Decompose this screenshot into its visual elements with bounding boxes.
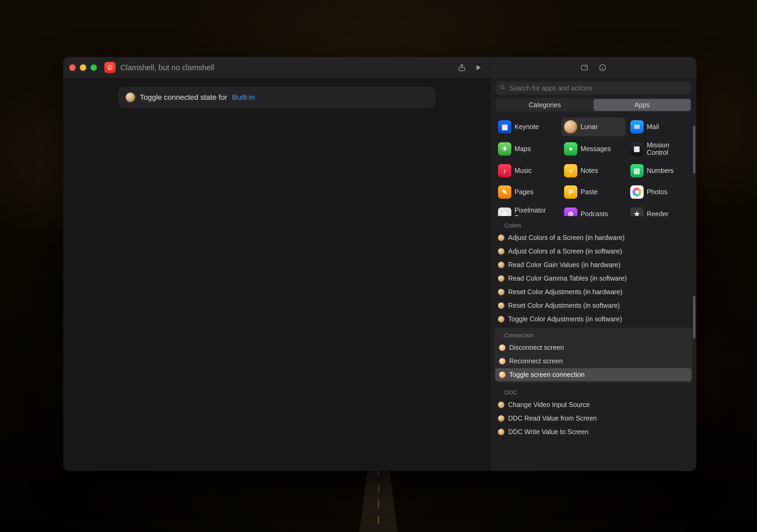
app-cell-notes[interactable]: ≡Notes — [561, 161, 625, 180]
paste-icon: P — [564, 185, 577, 199]
share-button[interactable] — [456, 62, 468, 73]
titlebar: Clamshell, but no clamshell — [63, 57, 490, 78]
action-reset-color-adjustments-in-hardware[interactable]: Reset Color Adjustments (in hardware) — [494, 285, 693, 298]
app-label: Messages — [581, 145, 611, 153]
section-title-ddc: DDC — [494, 385, 693, 398]
view-switch: Categories Apps — [491, 97, 696, 115]
action-adjust-colors-of-a-screen-in-software[interactable]: Adjust Colors of a Screen (in software) — [494, 245, 693, 258]
app-label: Mail — [647, 123, 659, 130]
library-pane: Categories Apps ▦KeynoteLunar✉Mail✈Maps●… — [490, 57, 696, 471]
app-cell-music[interactable]: ♪Music — [495, 161, 559, 180]
app-cell-photos[interactable]: Photos — [628, 183, 691, 201]
lunar-icon — [498, 275, 504, 282]
window-title: Clamshell, but no clamshell — [120, 63, 214, 72]
action-label: Read Color Gain Values (in hardware) — [508, 261, 621, 269]
action-label: Reconnect screen — [509, 357, 563, 365]
pixelmator-pro-icon: ◆ — [498, 208, 511, 216]
app-label: Lunar — [581, 123, 597, 130]
library-toggle-button[interactable] — [579, 62, 590, 73]
action-toggle-screen-connection[interactable]: Toggle screen connection — [495, 368, 691, 381]
actions-panel: ColorsAdjust Colors of a Screen (in hard… — [491, 216, 696, 447]
apps-scrollbar[interactable] — [693, 126, 695, 173]
close-button[interactable] — [69, 64, 76, 71]
action-adjust-colors-of-a-screen-in-hardware[interactable]: Adjust Colors of a Screen (in hardware) — [494, 231, 693, 244]
lunar-icon — [498, 248, 504, 255]
app-cell-keynote[interactable]: ▦Keynote — [495, 118, 559, 136]
traffic-lights — [69, 64, 97, 71]
music-icon: ♪ — [498, 164, 511, 178]
app-label: Pages — [515, 188, 533, 196]
app-label: Paste — [581, 188, 597, 196]
run-button[interactable] — [472, 62, 484, 73]
minimize-button[interactable] — [80, 64, 86, 71]
app-label: Pixelmator Pro — [515, 207, 557, 216]
search-field[interactable] — [495, 82, 691, 95]
shortcuts-window: Clamshell, but no clamshell Toggle conne… — [63, 57, 696, 471]
action-reset-color-adjustments-in-software[interactable]: Reset Color Adjustments (in software) — [494, 299, 693, 312]
notes-icon: ≡ — [564, 164, 577, 178]
action-label: DDC Read Value from Screen — [508, 414, 597, 422]
search-input[interactable] — [509, 84, 687, 92]
lunar-icon — [499, 358, 505, 364]
action-prefix: Toggle connected state for — [140, 93, 227, 101]
search-icon — [500, 84, 506, 92]
action-ddc-read-value-from-screen[interactable]: DDC Read Value from Screen — [494, 412, 693, 425]
actions-scrollbar[interactable] — [693, 296, 695, 339]
action-parameter[interactable]: Built-in — [232, 93, 255, 101]
library-titlebar — [491, 57, 696, 78]
shortcut-icon[interactable] — [104, 62, 115, 73]
app-cell-lunar[interactable]: Lunar — [561, 118, 625, 136]
app-cell-podcasts[interactable]: ⊚Podcasts — [561, 204, 625, 216]
app-label: Photos — [647, 188, 668, 196]
app-cell-maps[interactable]: ✈Maps — [495, 139, 559, 159]
action-disconnect-screen[interactable]: Disconnect screen — [495, 341, 691, 354]
lunar-icon — [498, 262, 504, 268]
action-change-video-input-source[interactable]: Change Video Input Source — [494, 398, 693, 411]
action-ddc-write-value-to-screen[interactable]: DDC Write Value to Screen — [494, 425, 693, 438]
messages-icon: ● — [564, 142, 577, 155]
action-read-color-gain-values-in-hardware[interactable]: Read Color Gain Values (in hardware) — [494, 258, 693, 271]
app-cell-mission-control[interactable]: ▦Mission Control — [628, 139, 691, 159]
app-cell-pages[interactable]: ✎Pages — [495, 183, 559, 201]
tab-apps[interactable]: Apps — [593, 99, 691, 111]
action-label: DDC Write Value to Screen — [508, 428, 589, 436]
action-reconnect-screen[interactable]: Reconnect screen — [495, 354, 691, 368]
section-title-colors: Colors — [494, 218, 693, 231]
section-connection: ConnectionDisconnect screenReconnect scr… — [494, 328, 693, 383]
action-label: Toggle screen connection — [509, 371, 585, 378]
action-toggle-color-adjustments-in-software[interactable]: Toggle Color Adjustments (in software) — [494, 313, 693, 325]
lunar-icon — [498, 402, 504, 408]
lunar-icon — [499, 372, 505, 378]
editor-pane: Clamshell, but no clamshell Toggle conne… — [63, 57, 490, 471]
app-cell-reeder[interactable]: ★Reeder — [628, 204, 691, 216]
app-label: Notes — [581, 167, 598, 175]
app-cell-pixelmator-pro[interactable]: ◆Pixelmator Pro — [495, 204, 559, 216]
zoom-button[interactable] — [90, 64, 97, 71]
lunar-icon — [498, 289, 504, 295]
action-label: Read Color Gamma Tables (in software) — [508, 274, 627, 282]
app-label: Keynote — [515, 123, 539, 130]
info-button[interactable] — [597, 62, 608, 73]
numbers-icon: ▤ — [630, 164, 644, 178]
lunar-icon — [498, 316, 504, 322]
action-label: Change Video Input Source — [508, 401, 590, 408]
lunar-icon — [498, 235, 504, 241]
svg-point-4 — [501, 85, 504, 89]
actions-scroll[interactable]: ColorsAdjust Colors of a Screen (in hard… — [491, 216, 696, 444]
podcasts-icon: ⊚ — [564, 208, 577, 216]
app-cell-mail[interactable]: ✉Mail — [628, 118, 691, 136]
app-label: Mission Control — [647, 142, 689, 156]
app-cell-paste[interactable]: PPaste — [561, 183, 625, 201]
action-block-toggle-connected[interactable]: Toggle connected state for Built-in — [118, 87, 435, 108]
action-label: Adjust Colors of a Screen (in software) — [508, 247, 622, 255]
svg-rect-2 — [581, 65, 588, 70]
keynote-icon: ▦ — [498, 120, 511, 133]
tab-categories[interactable]: Categories — [496, 99, 593, 111]
app-cell-numbers[interactable]: ▤Numbers — [628, 161, 691, 180]
action-read-color-gamma-tables-in-software[interactable]: Read Color Gamma Tables (in software) — [494, 272, 693, 285]
lunar-icon — [126, 93, 135, 102]
editor-body[interactable]: Toggle connected state for Built-in — [63, 78, 490, 471]
lunar-icon — [498, 302, 504, 309]
apps-grid[interactable]: ▦KeynoteLunar✉Mail✈Maps●Messages▦Mission… — [491, 115, 696, 216]
app-cell-messages[interactable]: ●Messages — [561, 139, 625, 159]
